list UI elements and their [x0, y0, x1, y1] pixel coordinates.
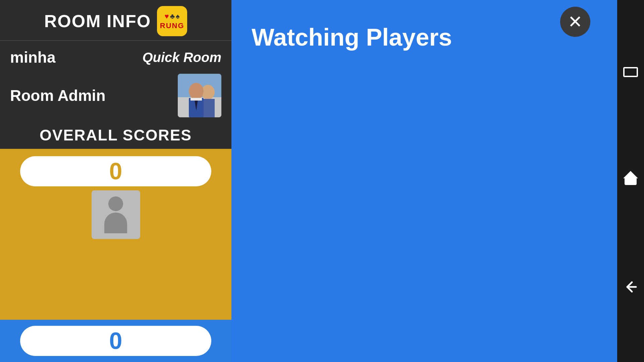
score-team-blue: 0 — [0, 320, 231, 362]
score-value-blue: 0 — [109, 327, 122, 354]
home-roof-icon — [623, 171, 638, 178]
svg-rect-7 — [191, 98, 202, 101]
person-body-shape — [104, 213, 127, 233]
player-avatar-placeholder — [92, 190, 140, 239]
room-admin-row: Room Admin — [0, 74, 231, 123]
svg-point-4 — [189, 83, 204, 100]
room-info-header: ROOM INFO ♥ ♣ ♠ RUNG — [0, 0, 231, 41]
room-admin-label: Room Admin — [10, 86, 106, 105]
right-panel: ✕ Watching Players — [231, 0, 617, 362]
admin-avatar — [178, 74, 221, 117]
watching-players-title: Watching Players — [252, 23, 452, 51]
nav-bar — [617, 0, 644, 362]
rung-icon: ♥ ♣ ♠ RUNG — [157, 6, 187, 36]
score-team-gold: 0 — [0, 149, 231, 320]
rect-icon — [623, 67, 638, 77]
rung-label: RUNG — [160, 21, 184, 30]
score-value-gold: 0 — [109, 158, 122, 185]
room-meta-row: minha Quick Room — [0, 41, 231, 74]
back-arrow-icon — [623, 279, 639, 295]
score-pill-gold: 0 — [20, 156, 211, 186]
home-button[interactable] — [623, 171, 638, 185]
person-silhouette — [102, 196, 129, 233]
person-head-shape — [108, 196, 123, 211]
close-x-icon: ✕ — [568, 13, 583, 31]
close-button[interactable]: ✕ — [560, 7, 590, 37]
room-owner-name: minha — [10, 48, 55, 66]
home-base-icon — [625, 178, 637, 185]
home-icon — [623, 171, 638, 185]
room-info-title: ROOM INFO — [44, 11, 151, 31]
admin-avatar-image — [178, 74, 221, 117]
left-panel: ROOM INFO ♥ ♣ ♠ RUNG minha Quick Room Ro… — [0, 0, 231, 362]
scores-section: 0 0 — [0, 149, 231, 362]
overall-scores-header: OVERALL SCORES — [0, 123, 231, 149]
rung-suits: ♥ ♣ ♠ — [165, 12, 180, 21]
recent-apps-button[interactable] — [623, 67, 638, 77]
back-button[interactable] — [623, 279, 639, 295]
score-pill-blue: 0 — [20, 326, 211, 356]
room-type: Quick Room — [142, 50, 221, 65]
